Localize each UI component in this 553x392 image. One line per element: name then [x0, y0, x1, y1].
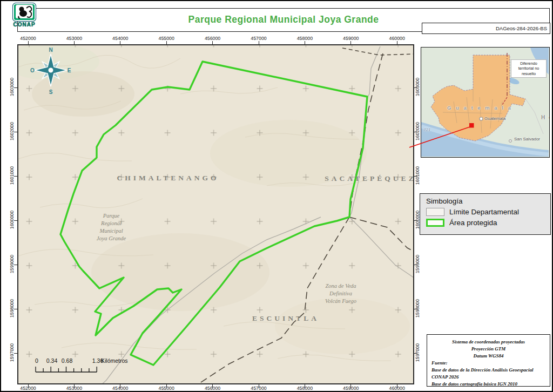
compass-o: O — [30, 67, 35, 73]
axis-label: 459000 — [340, 386, 362, 391]
compass-s: S — [49, 89, 53, 95]
axis-tick — [74, 384, 75, 388]
axis-label: 459000 — [340, 36, 362, 41]
map-canvas — [18, 45, 413, 383]
credits-line: Proyección GTM — [431, 346, 545, 353]
protected-area-swatch-icon — [426, 219, 444, 227]
compass-n: N — [49, 47, 52, 53]
axis-label: 1602000 — [9, 120, 15, 142]
inset-road-number: 721 — [423, 127, 430, 132]
axis-label: 1601000 — [415, 165, 420, 186]
scale-tick-label: 0.34 — [46, 357, 57, 364]
axis-label: 1603000 — [415, 76, 420, 98]
scale-bar: 0 0.34 0.68 1.36 Kilómetros — [32, 357, 161, 377]
legend-item-label: Área protegida — [449, 219, 497, 227]
legend-item-limite-departamental[interactable]: Límite Departamental — [426, 208, 550, 216]
axis-label: 1602000 — [415, 120, 420, 142]
scale-unit-label: Kilómetros — [101, 357, 128, 364]
axis-label: 452000 — [17, 36, 39, 41]
park-name-line: Municipal — [97, 227, 126, 235]
main-map[interactable]: N S E O CHIMALTENANGO SACATEPÉQUEZ ESCUI… — [17, 44, 414, 384]
axis-label: 1597000 — [415, 342, 420, 363]
credits-source-line: CONAP 2026 — [431, 374, 545, 381]
axis-tick — [350, 384, 351, 388]
grid-crosses — [18, 45, 413, 383]
axis-tick — [120, 384, 120, 388]
axis-label: 1600000 — [9, 209, 15, 231]
axis-tick — [397, 384, 397, 388]
axis-label: 454000 — [110, 36, 131, 41]
scale-tick-label: 0.68 — [62, 357, 72, 364]
park-name-line: Joya Grande — [97, 235, 126, 242]
map-document: Parque Regional Municipal Joya Grande CO… — [0, 0, 553, 392]
axis-label: 1599000 — [9, 253, 15, 275]
axis-label: 453000 — [63, 36, 85, 41]
conap-logo: CONAP — [10, 3, 38, 29]
credits-box: Sistema de coordenadas proyectadas Proye… — [427, 334, 550, 387]
conap-logo-icon — [12, 3, 36, 22]
zona-veda-label: Zona de Veda Definitiva Volcán Fuego — [325, 282, 356, 305]
inset-city2-label: San Salvador — [514, 137, 540, 141]
legend-title: Simbología — [426, 197, 550, 205]
department-label-sacatepequez: SACATEPÉQUEZ — [325, 174, 414, 183]
axis-label: 458000 — [294, 36, 315, 41]
park-name-label: Parque Regional Municipal Joya Grande — [97, 212, 126, 242]
axis-tick — [414, 309, 417, 309]
axis-tick — [414, 353, 417, 354]
axis-label: 454000 — [110, 386, 131, 391]
monkey-icon — [14, 3, 35, 20]
zona-veda-line: Volcán Fuego — [325, 298, 356, 305]
inset-map[interactable]: G u a t e m a l a Guatemala San Salvador… — [421, 47, 550, 158]
axis-tick — [259, 384, 259, 388]
axis-label: 1597000 — [9, 342, 15, 363]
department-label-escuintla: ESCUINTLA — [252, 314, 319, 323]
legend-item-area-protegida[interactable]: Área protegida — [426, 219, 550, 227]
credits-source-line: Base de datos cartografía básica IGN 201… — [431, 381, 545, 388]
zona-veda-line: Zona de Veda — [325, 282, 356, 290]
axis-tick — [28, 384, 29, 388]
axis-label: 1598000 — [9, 298, 15, 319]
axis-label: 458000 — [294, 386, 315, 391]
city-marker-san-salvador — [509, 140, 512, 143]
axis-tick — [414, 87, 417, 88]
legend: Simbología Límite Departamental Área pro… — [420, 193, 551, 235]
axis-tick — [166, 384, 167, 388]
axis-label: 456000 — [202, 386, 224, 391]
axis-label: 452000 — [17, 386, 39, 391]
park-name-line: Regional — [97, 220, 126, 227]
credits-line: Sistema de coordenadas proyectadas — [431, 339, 545, 346]
zona-veda-line: Definitiva — [325, 290, 356, 298]
axis-tick — [414, 220, 417, 221]
axis-label: 457000 — [248, 36, 269, 41]
compass-e: E — [68, 67, 71, 73]
territorial-dispute-callout: Diferendo territorial no resuelto — [511, 59, 547, 78]
inset-country-label: G u a t e m a l a — [447, 105, 512, 111]
axis-label: 455000 — [156, 36, 177, 41]
axis-tick — [414, 132, 417, 132]
axis-label: 1601000 — [9, 165, 15, 186]
inset-neighbor-label: H o — [541, 114, 550, 120]
axis-label: 1599000 — [415, 253, 420, 275]
inset-city-label: Guatemala — [484, 116, 505, 121]
credits-line: Datum WGS84 — [431, 353, 545, 360]
axis-label: 460000 — [386, 36, 408, 41]
city-marker-guatemala — [480, 117, 483, 120]
scale-tick-label: 0 — [35, 357, 38, 364]
axis-label: 455000 — [156, 386, 177, 391]
axis-label: 460000 — [386, 386, 408, 391]
document-id: DAGeos-284-2026-BS — [422, 23, 550, 34]
conap-logo-label: CONAP — [10, 22, 38, 28]
credits-source-line: Base de datos de la Dirección Análisis G… — [431, 367, 545, 374]
axis-label: 1598000 — [415, 298, 420, 319]
credits-fuente-label: Fuente: — [431, 360, 545, 367]
axis-tick — [212, 384, 213, 388]
axis-label: 453000 — [63, 386, 85, 391]
department-limit-swatch-icon — [426, 208, 444, 216]
axis-tick — [414, 265, 417, 265]
axis-tick — [414, 176, 417, 177]
axis-tick — [305, 384, 305, 388]
department-label-chimaltenango: CHIMALTENANGO — [117, 174, 219, 183]
axis-label: 457000 — [248, 386, 269, 391]
compass-rose-icon: N S E O — [30, 45, 71, 95]
park-name-line: Parque — [97, 212, 126, 220]
